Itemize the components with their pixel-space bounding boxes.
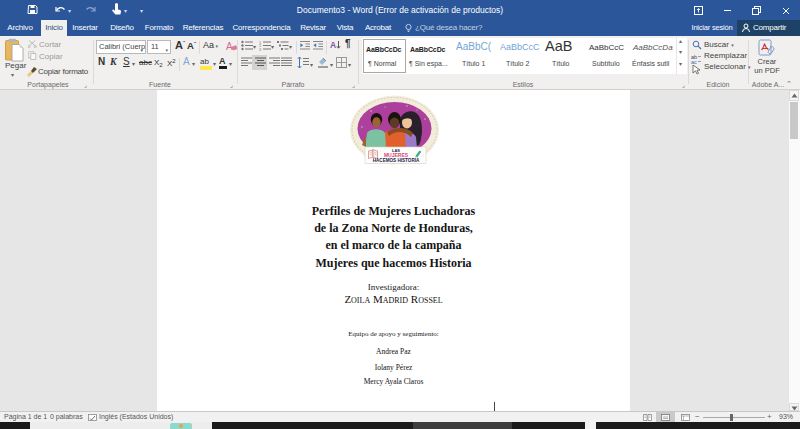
svg-text:HACEMOS HISTORIA: HACEMOS HISTORIA: [373, 158, 420, 163]
svg-text:A: A: [226, 41, 233, 52]
svg-text:MUJERES: MUJERES: [384, 152, 409, 158]
svg-text:A: A: [330, 40, 336, 50]
svg-text:3: 3: [259, 47, 262, 51]
svg-text:ac: ac: [691, 59, 697, 64]
